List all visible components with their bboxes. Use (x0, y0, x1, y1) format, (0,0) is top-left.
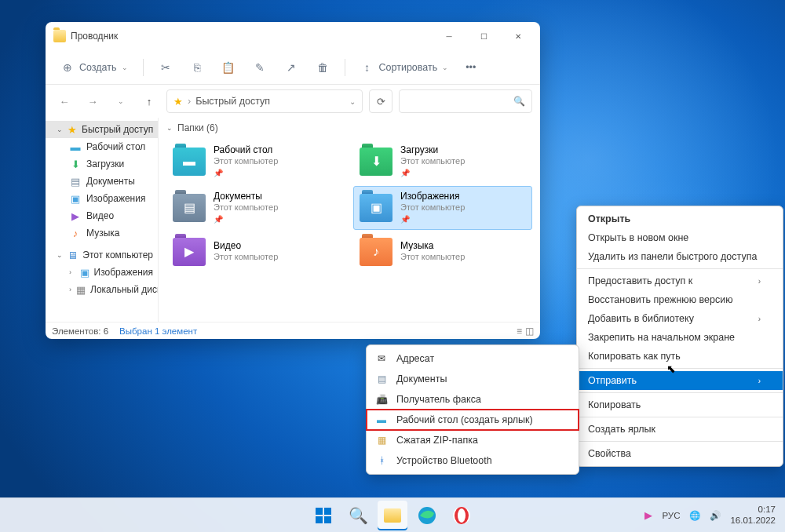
folder-icon (384, 508, 401, 523)
menu-new-window[interactable]: Открыть в новом окне (577, 228, 783, 247)
svg-rect-0 (316, 508, 323, 515)
dots-icon: ••• (466, 62, 476, 73)
pin-icon: 📌 (400, 169, 465, 179)
new-button[interactable]: ⊕ Создать ⌄ (53, 56, 135, 78)
menu-share[interactable]: Предоставить доступ к› (577, 271, 783, 290)
clock[interactable]: 0:17 16.01.2022 (730, 505, 776, 525)
menu-shortcut[interactable]: Создать ярлык (577, 420, 783, 439)
sendto-mail[interactable]: ✉Адресат (367, 348, 579, 369)
sidebar-item-videos[interactable]: ▶Видео (46, 207, 158, 224)
menu-copy[interactable]: Копировать (577, 395, 783, 414)
minimize-button[interactable]: ─ (432, 24, 466, 48)
folder-icon: ⬇ (360, 148, 392, 176)
address-bar-row: ← → ⌄ ↑ ★ › Быстрый доступ ⌄ ⟳ 🔍 (46, 85, 540, 118)
sidebar-item-documents[interactable]: ▤Документы (46, 173, 158, 190)
share-icon: ↗ (284, 60, 298, 75)
delete-button[interactable]: 🗑 (309, 56, 337, 78)
sort-icon: ↕ (360, 60, 374, 75)
section-header[interactable]: ⌄ Папки (6) (166, 122, 532, 133)
sidebar-item-pictures[interactable]: ▣Изображения (46, 190, 158, 207)
start-button[interactable] (309, 501, 338, 530)
search-button[interactable]: 🔍 (343, 501, 373, 530)
separator (577, 392, 783, 393)
explorer-taskbar-button[interactable] (378, 501, 407, 530)
sendto-submenu: ✉Адресат ▤Документы 📠Получатель факса ▬Р… (366, 344, 579, 475)
menu-copy-path[interactable]: Копировать как путь (577, 347, 783, 366)
folder-icon: ▣ (360, 194, 392, 222)
maximize-button[interactable]: ☐ (466, 24, 501, 48)
menu-restore[interactable]: Восстановить прежнюю версию (577, 290, 783, 309)
sidebar-this-pc[interactable]: ⌄ 🖥 Этот компьютер (46, 246, 158, 264)
sidebar-pc-pictures[interactable]: ›▣Изображения (46, 264, 158, 281)
network-icon[interactable]: 🌐 (689, 510, 700, 521)
folder-videos[interactable]: ▶ ВидеоЭтот компьютер (166, 233, 345, 271)
language-indicator[interactable]: РУС (662, 511, 680, 520)
sendto-documents[interactable]: ▤Документы (367, 369, 579, 389)
folder-music[interactable]: ♪ МузыкаЭтот компьютер (353, 233, 532, 271)
more-button[interactable]: ••• (458, 58, 483, 77)
mail-icon: ✉ (374, 352, 389, 365)
copy-button[interactable]: ⎘ (183, 56, 211, 78)
music-icon: ♪ (69, 227, 82, 239)
svg-rect-2 (316, 516, 323, 523)
taskbar: 🔍 ▶ РУС 🌐 🔊 0:17 16.01.2022 (0, 497, 785, 532)
explorer-window: Проводник ─ ☐ ✕ ⊕ Создать ⌄ ✂ ⎘ 📋 ✎ ↗ 🗑 … (46, 22, 540, 339)
refresh-button[interactable]: ⟳ (369, 89, 392, 113)
desktop-icon: ▬ (374, 414, 389, 426)
icons-view-button[interactable]: ◫ (525, 326, 534, 337)
sendto-fax[interactable]: 📠Получатель факса (367, 389, 579, 410)
zip-icon: ▦ (374, 434, 389, 446)
paste-button[interactable]: 📋 (214, 56, 243, 78)
edge-button[interactable] (412, 501, 442, 530)
sendto-desktop-shortcut[interactable]: ▬Рабочий стол (создать ярлык) (367, 410, 579, 430)
menu-library[interactable]: Добавить в библиотеку› (577, 309, 783, 328)
bluetooth-icon: ᚼ (374, 454, 389, 467)
sidebar-item-downloads[interactable]: ⬇Загрузки (46, 155, 158, 173)
sidebar-pc-disk[interactable]: ›▦Локальный диск (46, 281, 158, 298)
sidebar-item-music[interactable]: ♪Музыка (46, 224, 158, 242)
share-button[interactable]: ↗ (277, 56, 305, 78)
menu-properties[interactable]: Свойства (577, 444, 783, 463)
sort-button[interactable]: ↕ Сортировать ⌄ (353, 56, 456, 78)
folder-icon: ▤ (173, 194, 206, 222)
up-button[interactable]: ↑ (138, 90, 160, 112)
tray-app-icon[interactable]: ▶ (644, 509, 652, 521)
pin-icon: 📌 (214, 169, 278, 179)
back-button[interactable]: ← (53, 90, 75, 112)
chevron-down-icon[interactable]: ⌄ (57, 251, 63, 259)
chevron-down-icon[interactable]: ⌄ (57, 126, 63, 133)
recent-button[interactable]: ⌄ (110, 90, 132, 112)
menu-pin-start[interactable]: Закрепить на начальном экране (577, 328, 783, 347)
svg-rect-1 (324, 508, 331, 515)
close-button[interactable]: ✕ (501, 24, 535, 48)
cut-button[interactable]: ✂ (152, 56, 180, 78)
volume-icon[interactable]: 🔊 (710, 510, 721, 521)
opera-button[interactable] (447, 501, 476, 530)
folder-desktop[interactable]: ▬ Рабочий столЭтот компьютер📌 (166, 140, 345, 183)
folder-downloads[interactable]: ⬇ ЗагрузкиЭтот компьютер📌 (353, 140, 532, 183)
address-bar[interactable]: ★ › Быстрый доступ ⌄ (166, 89, 363, 113)
rename-button[interactable]: ✎ (246, 56, 274, 78)
context-menu: Открыть Открыть в новом окне Удалить из … (576, 206, 783, 467)
sendto-bluetooth[interactable]: ᚼУстройство Bluetooth (367, 450, 579, 471)
folder-pictures[interactable]: ▣ ИзображенияЭтот компьютер📌 (353, 186, 532, 229)
menu-open[interactable]: Открыть (577, 210, 783, 228)
details-view-button[interactable]: ≡ (517, 326, 522, 337)
separator (577, 368, 783, 369)
menu-send[interactable]: Отправить› (577, 371, 783, 390)
svg-point-7 (458, 508, 466, 523)
separator (577, 441, 783, 442)
chevron-down-icon[interactable]: ⌄ (349, 97, 356, 106)
sendto-zip[interactable]: ▦Сжатая ZIP-папка (367, 430, 579, 450)
sidebar-quick-access[interactable]: ⌄ ★ Быстрый доступ (46, 121, 158, 138)
fax-icon: 📠 (374, 393, 389, 406)
star-icon: ★ (173, 96, 183, 107)
menu-unpin[interactable]: Удалить из панели быстрого доступа (577, 247, 783, 266)
forward-button[interactable]: → (82, 90, 104, 112)
search-input[interactable]: 🔍 (399, 89, 532, 113)
folder-documents[interactable]: ▤ ДокументыЭтот компьютер📌 (166, 186, 345, 229)
separator (345, 59, 345, 76)
sidebar-item-desktop[interactable]: ▬Рабочий стол (46, 138, 158, 155)
titlebar[interactable]: Проводник ─ ☐ ✕ (46, 22, 540, 50)
documents-icon: ▤ (69, 175, 82, 188)
